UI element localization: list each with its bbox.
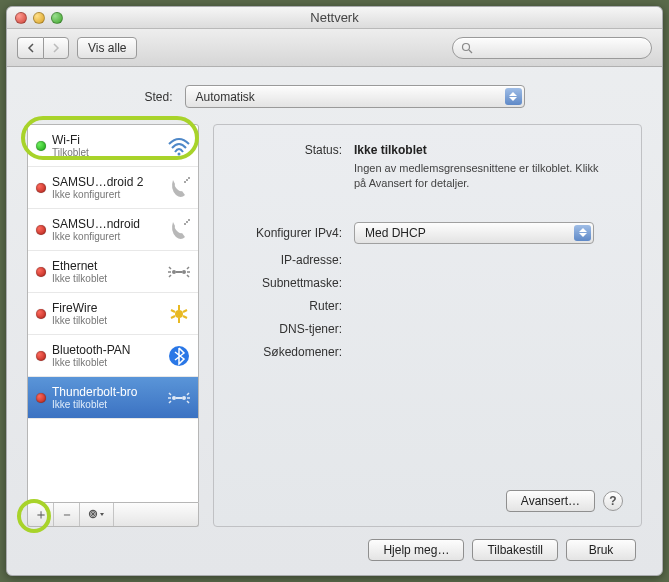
ethernet-icon [166, 259, 192, 285]
dns-label: DNS-tjener: [234, 322, 354, 336]
remove-service-button[interactable]: － [54, 503, 80, 526]
status-label: Status: [234, 143, 354, 157]
bottom-buttons: Hjelp meg… Tilbakestill Bruk [27, 527, 642, 561]
service-item-thunderbolt[interactable]: Thunderbolt-bro Ikke tilkoblet [28, 377, 198, 419]
phone-tether-icon [166, 175, 192, 201]
svg-point-5 [188, 177, 190, 179]
back-button[interactable] [17, 37, 43, 59]
firewire-icon [166, 301, 192, 327]
router-label: Ruter: [234, 299, 354, 313]
svg-point-3 [184, 181, 186, 183]
svg-point-13 [172, 396, 176, 400]
revert-button[interactable]: Tilbakestill [472, 539, 558, 561]
svg-point-9 [172, 270, 176, 274]
status-dot-icon [36, 393, 46, 403]
detail-panel: Status: Ikke tilkoblet Ingen av medlemsg… [213, 124, 642, 527]
titlebar: Nettverk [7, 7, 662, 29]
search-domains-label: Søkedomener: [234, 345, 354, 359]
location-row: Sted: Automatisk [27, 85, 642, 108]
service-item-ethernet[interactable]: Ethernet Ikke tilkoblet [28, 251, 198, 293]
phone-tether-icon [166, 217, 192, 243]
chevron-updown-icon [505, 88, 522, 105]
search-icon [461, 42, 473, 54]
subnet-label: Subnettmaske: [234, 276, 354, 290]
service-item-wifi[interactable]: Wi-Fi Tilkoblet [28, 125, 198, 167]
status-dot-icon [36, 141, 46, 151]
network-preferences-window: Nettverk Vis alle Sted: Automatisk [6, 6, 663, 576]
svg-point-0 [463, 43, 470, 50]
location-label: Sted: [144, 90, 172, 104]
ipv4-label: Konfigurer IPv4: [234, 226, 354, 240]
forward-button[interactable] [43, 37, 69, 59]
status-dot-icon [36, 351, 46, 361]
service-sidebar: Wi-Fi Tilkoblet SAMSU…droid 2 Ikke konfi… [27, 124, 199, 527]
toolbar: Vis alle [7, 29, 662, 67]
service-item-samsung-1[interactable]: SAMSU…ndroid Ikke konfigurert [28, 209, 198, 251]
add-service-button[interactable]: ＋ [28, 503, 54, 526]
ipv4-popup[interactable]: Med DHCP [354, 222, 594, 244]
window-title: Nettverk [7, 10, 662, 25]
service-item-bluetooth[interactable]: Bluetooth-PAN Ikke tilkoblet [28, 335, 198, 377]
help-me-button[interactable]: Hjelp meg… [368, 539, 464, 561]
status-dot-icon [36, 267, 46, 277]
status-value: Ikke tilkoblet [354, 143, 427, 157]
location-value: Automatisk [196, 90, 255, 104]
svg-point-6 [184, 223, 186, 225]
ipv4-value: Med DHCP [365, 226, 426, 240]
wifi-icon [166, 133, 192, 159]
status-dot-icon [36, 183, 46, 193]
svg-point-2 [178, 152, 181, 155]
svg-point-8 [188, 219, 190, 221]
service-item-samsung-2[interactable]: SAMSU…droid 2 Ikke konfigurert [28, 167, 198, 209]
status-dot-icon [36, 225, 46, 235]
ip-label: IP-adresse: [234, 253, 354, 267]
content-area: Sted: Automatisk Wi-Fi Tilkoblet [7, 67, 662, 575]
ethernet-icon [166, 385, 192, 411]
status-dot-icon [36, 309, 46, 319]
sidebar-footer: ＋ － [27, 503, 199, 527]
service-list[interactable]: Wi-Fi Tilkoblet SAMSU…droid 2 Ikke konfi… [27, 124, 199, 503]
help-button[interactable]: ? [603, 491, 623, 511]
show-all-button[interactable]: Vis alle [77, 37, 137, 59]
svg-point-4 [186, 179, 188, 181]
svg-point-10 [182, 270, 186, 274]
location-popup[interactable]: Automatisk [185, 85, 525, 108]
svg-line-1 [469, 50, 472, 53]
svg-point-14 [182, 396, 186, 400]
search-input[interactable] [452, 37, 652, 59]
status-note: Ingen av medlemsgrensesnittene er tilkob… [354, 161, 621, 191]
service-item-firewire[interactable]: FireWire Ikke tilkoblet [28, 293, 198, 335]
svg-point-11 [175, 310, 183, 318]
apply-button[interactable]: Bruk [566, 539, 636, 561]
advanced-button[interactable]: Avansert… [506, 490, 595, 512]
bluetooth-icon [166, 343, 192, 369]
nav-segment [17, 37, 69, 59]
chevron-updown-icon [574, 225, 591, 241]
service-action-menu[interactable] [80, 503, 114, 526]
svg-point-7 [186, 221, 188, 223]
